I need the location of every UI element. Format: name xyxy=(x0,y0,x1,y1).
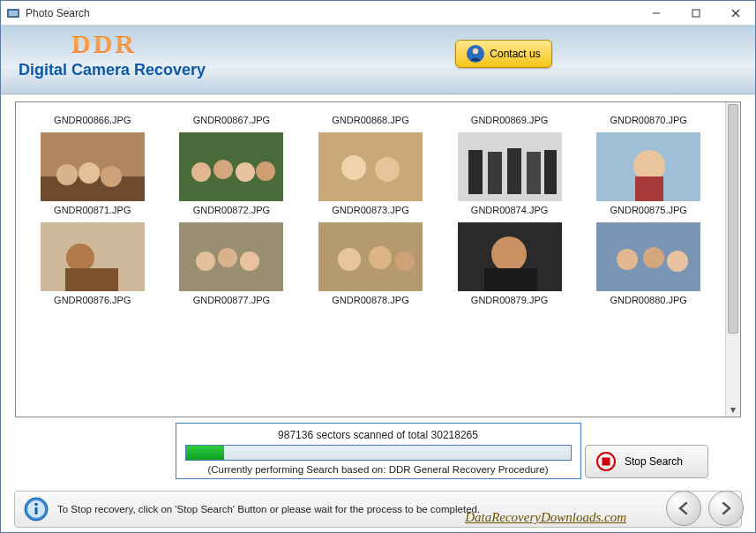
header-banner: DDR Digital Camera Recovery Contact us xyxy=(1,26,755,94)
thumb-cell[interactable]: GNDR00877.JPG xyxy=(165,222,297,305)
stop-search-label: Stop Search xyxy=(625,455,683,468)
person-icon xyxy=(467,45,484,63)
svg-point-34 xyxy=(196,251,215,271)
arrow-right-icon xyxy=(718,500,734,516)
thumb-row: GNDR00866.JPG GNDR00867.JPG GNDR00868.JP… xyxy=(23,108,718,125)
svg-rect-24 xyxy=(507,148,521,194)
scroll-down-icon[interactable]: ▾ xyxy=(726,402,740,417)
progress-subtext: (Currently performing Search based on: D… xyxy=(185,464,572,475)
svg-rect-32 xyxy=(65,268,118,291)
scrollbar[interactable]: ▾ xyxy=(725,102,740,417)
svg-rect-29 xyxy=(635,176,663,201)
contact-us-button[interactable]: Contact us xyxy=(455,40,552,68)
thumb-cell[interactable]: GNDR00870.JPG xyxy=(582,108,715,125)
thumb-label: GNDR00869.JPG xyxy=(444,115,576,125)
svg-point-53 xyxy=(34,503,38,507)
thumb-label: GNDR00877.JPG xyxy=(165,295,297,305)
scrollbar-thumb[interactable] xyxy=(728,104,738,334)
svg-point-15 xyxy=(213,160,233,179)
svg-point-31 xyxy=(66,244,94,272)
thumb-cell[interactable]: GNDR00869.JPG xyxy=(444,108,576,125)
svg-point-46 xyxy=(643,247,664,268)
maximize-button[interactable] xyxy=(676,1,715,26)
svg-point-40 xyxy=(395,251,415,271)
thumb-cell[interactable]: GNDR00876.JPG xyxy=(26,222,159,305)
svg-rect-22 xyxy=(468,150,483,194)
thumb-cell[interactable]: GNDR00866.JPG xyxy=(26,108,159,125)
thumb-label: GNDR00868.JPG xyxy=(304,115,437,125)
content-area: GNDR00866.JPG GNDR00867.JPG GNDR00868.JP… xyxy=(1,94,755,479)
svg-point-16 xyxy=(236,162,255,182)
stop-icon xyxy=(596,452,616,471)
progress-fill xyxy=(186,446,225,460)
svg-point-35 xyxy=(218,248,237,267)
app-icon xyxy=(6,6,20,20)
info-icon xyxy=(24,497,49,522)
svg-point-38 xyxy=(338,248,361,271)
thumb-row: GNDR00871.JPG GNDR00872.JPG GNDR00873.JP… xyxy=(23,132,718,215)
footer-hint-bar: To Stop recovery, click on 'Stop Search'… xyxy=(14,491,742,528)
svg-point-11 xyxy=(79,162,100,184)
app-subtitle: Digital Camera Recovery xyxy=(19,61,737,79)
svg-point-39 xyxy=(369,246,392,269)
thumb-label: GNDR00878.JPG xyxy=(304,295,437,305)
thumb-label: GNDR00874.JPG xyxy=(444,205,576,215)
svg-point-12 xyxy=(101,166,122,187)
thumb-label: GNDR00876.JPG xyxy=(26,295,159,305)
thumb-cell[interactable]: GNDR00875.JPG xyxy=(582,132,715,215)
logo-text: DDR xyxy=(71,29,737,59)
stop-search-button[interactable]: Stop Search xyxy=(585,445,708,478)
thumb-cell[interactable]: GNDR00879.JPG xyxy=(444,222,576,305)
svg-rect-49 xyxy=(603,458,610,466)
thumb-cell[interactable]: GNDR00867.JPG xyxy=(165,108,297,125)
site-link[interactable]: DataRecoveryDownloads.com xyxy=(465,510,626,525)
thumb-label: GNDR00870.JPG xyxy=(582,115,715,125)
close-button[interactable] xyxy=(715,1,755,26)
svg-point-10 xyxy=(56,164,78,185)
photo-thumbnail xyxy=(179,132,283,201)
thumb-label: GNDR00873.JPG xyxy=(304,205,437,215)
svg-rect-23 xyxy=(488,152,502,194)
titlebar: Photo Search xyxy=(1,1,755,26)
svg-rect-3 xyxy=(692,10,700,17)
next-button[interactable] xyxy=(708,491,744,526)
footer-hint-text: To Stop recovery, click on 'Stop Search'… xyxy=(57,504,480,514)
thumbnail-panel: GNDR00866.JPG GNDR00867.JPG GNDR00868.JP… xyxy=(15,101,741,417)
svg-rect-1 xyxy=(9,11,18,16)
photo-thumbnail xyxy=(318,222,423,291)
minimize-button[interactable] xyxy=(636,1,676,26)
svg-rect-52 xyxy=(35,507,38,514)
svg-point-36 xyxy=(240,251,259,271)
svg-point-17 xyxy=(256,161,275,181)
contact-us-label: Contact us xyxy=(490,48,540,60)
thumb-label: GNDR00867.JPG xyxy=(165,115,297,125)
progress-status-text: 987136 sectors scanned of total 30218265 xyxy=(185,429,572,441)
svg-point-14 xyxy=(191,162,211,182)
photo-thumbnail xyxy=(596,222,700,291)
thumb-cell[interactable]: GNDR00871.JPG xyxy=(26,132,159,215)
svg-rect-43 xyxy=(484,268,537,291)
progress-panel: 987136 sectors scanned of total 30218265… xyxy=(176,423,581,479)
svg-point-20 xyxy=(375,157,400,182)
thumb-cell[interactable]: GNDR00874.JPG xyxy=(444,132,576,215)
photo-thumbnail xyxy=(41,222,145,291)
thumb-cell[interactable]: GNDR00880.JPG xyxy=(582,222,715,305)
thumb-cell[interactable]: GNDR00878.JPG xyxy=(304,222,437,305)
svg-rect-18 xyxy=(318,132,423,201)
thumb-label: GNDR00866.JPG xyxy=(26,115,159,125)
thumb-label: GNDR00871.JPG xyxy=(26,205,159,215)
progress-bar xyxy=(185,445,572,461)
svg-point-47 xyxy=(667,251,688,272)
svg-point-45 xyxy=(617,249,638,270)
thumb-cell[interactable]: GNDR00868.JPG xyxy=(304,108,437,125)
arrow-left-icon xyxy=(676,500,692,516)
thumb-label: GNDR00879.JPG xyxy=(444,295,576,305)
photo-thumbnail xyxy=(458,222,562,291)
prev-button[interactable] xyxy=(666,491,701,526)
thumb-row: GNDR00876.JPG GNDR00877.JPG GNDR00878.JP… xyxy=(23,222,718,305)
thumb-cell[interactable]: GNDR00873.JPG xyxy=(304,132,437,215)
photo-thumbnail xyxy=(179,222,283,291)
thumb-label: GNDR00872.JPG xyxy=(165,205,297,215)
photo-thumbnail xyxy=(318,132,423,201)
thumb-cell[interactable]: GNDR00872.JPG xyxy=(165,132,297,215)
